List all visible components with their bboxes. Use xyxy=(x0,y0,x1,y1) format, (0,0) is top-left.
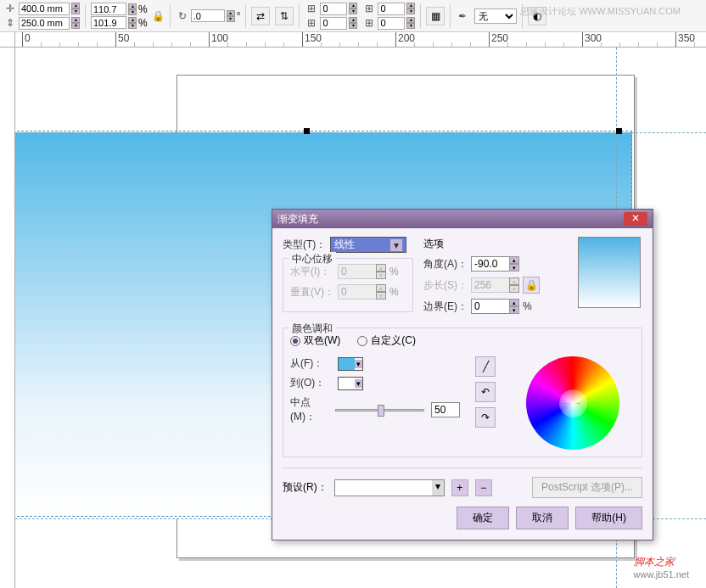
deg-label: ° xyxy=(237,10,241,22)
options-legend: 选项 xyxy=(423,237,568,251)
grid-b-input[interactable] xyxy=(320,17,347,30)
scale-x-spinner[interactable]: ▴▾ xyxy=(128,3,137,15)
vert-input xyxy=(338,284,377,300)
custom-color-radio[interactable]: 自定义(C) xyxy=(357,333,416,348)
grid-b-icon: ⊞ xyxy=(305,16,318,30)
midpoint-slider[interactable] xyxy=(335,403,424,417)
wrap-button[interactable]: ▦ xyxy=(426,7,445,25)
color-wheel[interactable] xyxy=(526,356,619,450)
step-lock-button[interactable]: 🔒 xyxy=(523,277,540,294)
ruler-horizontal[interactable]: 050100150200250300350 xyxy=(15,32,706,48)
edge-label: 边界(E)： xyxy=(423,300,471,314)
from-label: 从(F)： xyxy=(290,356,338,371)
gradient-preview xyxy=(578,237,641,308)
watermark-bottom: 脚本之家 www.jb51.net xyxy=(634,552,689,580)
dialog-titlebar[interactable]: 渐变填充 ✕ xyxy=(272,210,653,228)
scale-x-input[interactable] xyxy=(91,3,126,15)
from-color-picker[interactable]: ▾ xyxy=(338,357,363,371)
rotate-icon: ↻ xyxy=(176,9,189,23)
lock-aspect-icon[interactable]: 🔒 xyxy=(153,3,165,29)
angle-label: 角度(A)： xyxy=(423,257,471,272)
width-spinner[interactable]: ▴▾ xyxy=(71,3,80,14)
angle-spinner[interactable]: ▴▾ xyxy=(509,256,519,272)
color-blend-group: 颜色调和 双色(W) 自定义(C) 从(F)： ▾ 到(O)： ▾ 中点(M) xyxy=(283,328,642,457)
mirror-v-button[interactable]: ⇅ xyxy=(275,7,294,25)
horiz-label: 水平(I)： xyxy=(290,265,338,279)
pct-label: % xyxy=(138,17,148,29)
vert-label: 垂直(V)： xyxy=(290,285,338,300)
preset-remove-button[interactable]: − xyxy=(475,479,492,496)
step-spinner: ▴▾ xyxy=(509,277,519,293)
rotation-spinner[interactable]: ▴▾ xyxy=(227,10,235,22)
scale-y-spinner[interactable]: ▴▾ xyxy=(128,17,137,29)
mirror-h-button[interactable]: ⇄ xyxy=(251,7,270,25)
to-label: 到(O)： xyxy=(290,376,338,390)
postscript-button: PostScript 选项(P)... xyxy=(532,477,642,498)
angle-input[interactable] xyxy=(471,256,510,272)
help-button[interactable]: 帮助(H) xyxy=(575,507,642,529)
gradient-fill-dialog: 渐变填充 ✕ 类型(T)： 线性▾ 中心位移 水平(I)： ▴▾ % xyxy=(272,209,653,540)
vert-spinner: ▴▾ xyxy=(376,284,386,300)
center-legend: 中心位移 xyxy=(289,252,336,266)
height-input[interactable] xyxy=(19,17,70,30)
position-group: ✛▴▾ ⇕▴▾ xyxy=(3,2,80,30)
scale-group: ▴▾% ▴▾% xyxy=(91,3,148,29)
grid-group-2: ⊞▴▾ ⊞▴▾ xyxy=(362,2,415,30)
ruler-vertical[interactable] xyxy=(0,48,15,588)
preset-label: 预设(R)： xyxy=(283,480,328,495)
grid-c-input[interactable] xyxy=(378,3,405,15)
cancel-button[interactable]: 取消 xyxy=(516,507,569,529)
x-icon: ✛ xyxy=(3,2,17,15)
pct-label: % xyxy=(138,3,148,15)
type-select[interactable]: 线性▾ xyxy=(330,237,406,253)
center-offset-group: 中心位移 水平(I)： ▴▾ % 垂直(V)： ▴▾ % xyxy=(283,258,413,312)
edge-spinner[interactable]: ▴▾ xyxy=(509,299,519,314)
cw-path-button[interactable]: ↷ xyxy=(475,407,496,428)
pen-icon: ✒ xyxy=(456,9,469,23)
direct-path-button[interactable]: ╱ xyxy=(475,356,496,377)
scale-y-input[interactable] xyxy=(91,16,126,29)
step-label: 步长(S)： xyxy=(423,278,471,293)
width-input[interactable] xyxy=(19,3,70,15)
ok-button[interactable]: 确定 xyxy=(457,507,509,529)
to-color-picker[interactable]: ▾ xyxy=(338,377,363,390)
ruler-corner[interactable] xyxy=(0,32,15,48)
grid-a-icon: ⊞ xyxy=(305,2,318,15)
horiz-spinner: ▴▾ xyxy=(376,264,386,279)
selection-handle[interactable] xyxy=(304,128,310,134)
horiz-input xyxy=(338,264,377,279)
preset-add-button[interactable]: + xyxy=(451,479,468,496)
step-input xyxy=(471,277,510,293)
y-icon: ⇕ xyxy=(3,16,17,30)
close-button[interactable]: ✕ xyxy=(624,212,647,226)
grid-c-icon: ⊞ xyxy=(362,2,376,15)
outline-select[interactable]: 无 xyxy=(474,8,517,24)
dialog-title: 渐变填充 xyxy=(277,212,318,227)
grid-d-input[interactable] xyxy=(378,17,405,30)
edge-input[interactable] xyxy=(471,299,510,314)
midpoint-input[interactable] xyxy=(431,402,460,417)
height-spinner[interactable]: ▴▾ xyxy=(71,17,80,29)
watermark-top: 思缘设计论坛 WWW.MISSYUAN.COM xyxy=(520,5,681,18)
midpoint-label: 中点(M)： xyxy=(290,395,335,424)
grid-d-icon: ⊞ xyxy=(362,16,376,30)
ccw-path-button[interactable]: ↶ xyxy=(475,382,496,402)
preset-select[interactable]: ▾ xyxy=(334,479,445,496)
grid-group: ⊞▴▾ ⊞▴▾ xyxy=(305,2,357,30)
rotation-input[interactable] xyxy=(191,9,225,22)
grid-a-input[interactable] xyxy=(320,3,347,15)
type-label: 类型(T)： xyxy=(283,238,330,252)
colors-legend: 颜色调和 xyxy=(289,322,336,336)
selection-handle[interactable] xyxy=(616,128,622,134)
